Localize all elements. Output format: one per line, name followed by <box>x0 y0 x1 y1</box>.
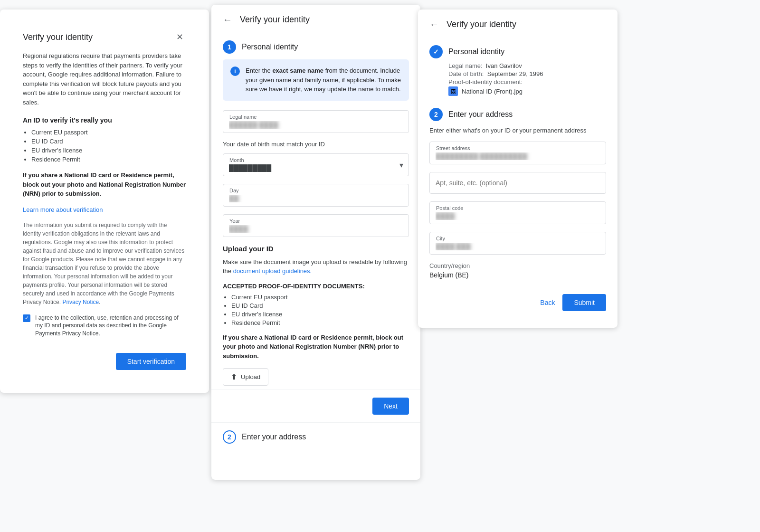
street-label: Street address <box>435 145 471 151</box>
postal-label: Postal code <box>435 205 464 211</box>
back-arrow-icon: ← <box>223 14 232 25</box>
list-item: Residence Permit <box>231 319 409 326</box>
initial-verification-panel: Verify your identity ✕ Regional regulati… <box>0 10 209 393</box>
upload-title: Upload your ID <box>223 245 409 253</box>
legal-name-summary: Legal name: Ivan Gavrilov <box>448 62 606 69</box>
panel2-footer: Next <box>211 390 420 422</box>
panel1-bold-notice: If you share a National ID card or Resid… <box>23 171 186 199</box>
step2-active-circle: 2 <box>429 108 443 121</box>
panel3-back-nav-button[interactable]: ← <box>429 19 439 30</box>
panel2-title: Verify your identity <box>240 15 310 25</box>
step2-circle: 2 <box>223 430 236 444</box>
panel3-title: Verify your identity <box>446 19 516 29</box>
month-select[interactable]: █████████ <box>223 153 409 176</box>
step1-completed-icon: ✓ <box>429 45 443 58</box>
address-desc: Enter either what's on your ID or your p… <box>429 127 606 134</box>
list-item: EU ID Card <box>231 302 409 309</box>
upload-guidelines-link[interactable]: document upload guidelines. <box>233 267 312 275</box>
panel1-header: Verify your identity ✕ <box>11 21 198 51</box>
step1-row: 1 Personal identity <box>223 33 409 59</box>
panel2-header: ← Verify your identity <box>211 5 420 25</box>
step1-summary: Legal name: Ivan Gavrilov Date of birth:… <box>429 62 606 96</box>
panel3-footer: Back Submit <box>418 286 618 319</box>
panel3-body: ✓ Personal identity Legal name: Ivan Gav… <box>418 30 618 279</box>
info-box: i Enter the exact same name from the doc… <box>223 59 409 101</box>
address-panel: ← Verify your identity ✓ Personal identi… <box>418 10 618 328</box>
upload-icon: ⬆ <box>231 372 237 381</box>
year-field: Year <box>223 214 409 237</box>
list-item: EU driver's license <box>231 311 409 318</box>
info-icon: i <box>230 66 240 76</box>
back-button[interactable]: Back <box>540 299 555 306</box>
doc-row: National ID (Front).jpg <box>448 86 606 96</box>
panel1-id-list: Current EU passport EU ID Card EU driver… <box>23 129 186 163</box>
checkbox-label: I agree to the collection, use, retentio… <box>35 314 186 338</box>
legal-name-label: Legal name <box>228 114 258 120</box>
step1-title: Personal identity <box>242 43 298 51</box>
panel1-title: Verify your identity <box>23 32 93 42</box>
year-label: Year <box>228 218 241 224</box>
upload-desc: Make sure the document image you upload … <box>223 257 409 276</box>
step1-completed-title: Personal identity <box>448 48 504 56</box>
postal-field: Postal code <box>429 201 606 224</box>
start-verification-button[interactable]: Start verification <box>116 353 186 370</box>
country-value: Belgium (BE) <box>429 271 606 279</box>
checkbox-row: I agree to the collection, use, retentio… <box>23 314 186 338</box>
step2-label-row: 2 Enter your address <box>211 422 420 451</box>
list-item: Current EU passport <box>31 129 186 136</box>
accepted-docs-list: Current EU passport EU ID Card EU driver… <box>223 294 409 326</box>
dob-label: Your date of birth must match your ID <box>223 141 409 148</box>
document-icon <box>448 86 458 96</box>
list-item: Current EU passport <box>231 294 409 301</box>
panel1-description: Regional regulations require that paymen… <box>23 51 186 107</box>
city-input[interactable] <box>429 232 606 255</box>
doc-value: National ID (Front).jpg <box>462 88 522 95</box>
personal-identity-panel: ← Verify your identity 1 Personal identi… <box>211 5 420 480</box>
submit-button[interactable]: Submit <box>562 294 606 311</box>
month-field: Month █████████ ▾ <box>223 153 409 176</box>
legal-name-field: Legal name <box>223 110 409 133</box>
day-field: Day <box>223 184 409 207</box>
next-button[interactable]: Next <box>372 398 409 415</box>
apt-field <box>429 172 606 194</box>
doc-summary-label: Proof-of-identity document: <box>448 78 606 86</box>
step1-circle: 1 <box>223 40 236 54</box>
panel1-section1-title: An ID to verify it's really you <box>23 116 186 124</box>
list-item: Residence Permit <box>31 156 186 163</box>
street-field: Street address <box>429 142 606 164</box>
country-section: Country/region Belgium (BE) <box>429 262 606 279</box>
panel2-back-button[interactable]: ← <box>223 14 232 25</box>
day-label: Day <box>228 188 240 193</box>
divider <box>429 100 606 100</box>
dob-summary: Date of birth: September 29, 1996 <box>448 70 606 77</box>
upload-button[interactable]: ⬆ Upload <box>223 368 268 386</box>
panel1-legal-text: The information you submit is required t… <box>23 221 186 306</box>
year-input[interactable] <box>223 214 409 237</box>
nrn-notice: If you share a National ID card or Resid… <box>223 333 409 361</box>
list-item: EU ID Card <box>31 138 186 145</box>
day-input[interactable] <box>223 184 409 207</box>
step1-completed-row: ✓ Personal identity <box>429 38 606 62</box>
month-label: Month <box>228 157 245 163</box>
country-label: Country/region <box>429 262 606 269</box>
apt-input[interactable] <box>429 172 606 194</box>
address-form: Enter either what's on your ID or your p… <box>429 127 606 279</box>
step2-title: Enter your address <box>242 433 306 441</box>
step2-active-title: Enter your address <box>448 110 513 119</box>
back-arrow-icon: ← <box>429 19 439 30</box>
panel1-footer: Start verification <box>23 349 186 370</box>
city-field: City <box>429 232 606 255</box>
agree-checkbox[interactable] <box>23 314 30 322</box>
panel3-header: ← Verify your identity <box>418 10 618 30</box>
panel2-body: 1 Personal identity i Enter the exact sa… <box>211 25 420 386</box>
accepted-docs-title: ACCEPTED PROOF-OF-IDENTITY DOCUMENTS: <box>223 283 409 290</box>
city-label: City <box>435 236 446 241</box>
privacy-link[interactable]: Privacy Notice <box>62 299 99 305</box>
panel1-body: Regional regulations require that paymen… <box>11 51 198 381</box>
info-text: Enter the exact same name from the docum… <box>246 66 401 94</box>
learn-more-link[interactable]: Learn more about verification <box>23 206 186 213</box>
close-button[interactable]: ✕ <box>173 30 186 44</box>
list-item: EU driver's license <box>31 147 186 154</box>
step2-active-row: 2 Enter your address <box>429 108 606 127</box>
